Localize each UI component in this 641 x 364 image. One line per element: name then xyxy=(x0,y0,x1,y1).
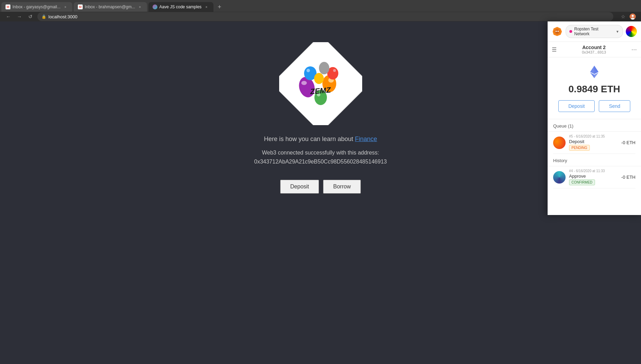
web3-connected-text: Web3 connected successfully with this ad… xyxy=(254,148,387,157)
eth-icon xyxy=(587,64,602,80)
account-more-icon[interactable]: ⋯ xyxy=(631,46,637,53)
tab-aave[interactable]: Aave JS code samples × xyxy=(148,2,213,12)
metamask-fox-logo xyxy=(552,26,563,37)
reload-button[interactable]: ↺ xyxy=(26,12,35,21)
svg-point-13 xyxy=(333,69,336,72)
back-button[interactable]: ← xyxy=(4,12,12,21)
tab-close-gmail-1[interactable]: × xyxy=(63,4,68,10)
tx-meta-deposit: #5 - 6/16/2020 at 11:35 xyxy=(569,134,618,138)
tx-status-confirmed: CONFIRMED xyxy=(569,179,595,185)
mm-header: Ropsten Test Network ▼ xyxy=(548,21,641,42)
hamburger-menu-icon[interactable]: ☰ xyxy=(552,46,557,53)
mm-balance-section: 0.9849 ETH Deposit Send xyxy=(548,57,641,119)
svg-point-14 xyxy=(314,73,324,84)
tagline-prefix: Here is how you can learn about xyxy=(264,136,355,142)
tx-type-deposit: Deposit xyxy=(569,139,618,144)
aave-favicon xyxy=(153,4,157,9)
address-bar: ← → ↺ 🔒 localhost:3000 ☆ xyxy=(0,12,641,21)
app-main: ZEMZ Here is how you can learn about Fin… xyxy=(0,21,641,194)
tx-info-approve: #4 - 6/16/2020 at 11:33 Approve CONFIRME… xyxy=(569,169,618,185)
tagline: Here is how you can learn about Finance xyxy=(264,136,377,143)
balance-actions: Deposit Send xyxy=(558,100,630,112)
url-bar[interactable]: 🔒 localhost:3000 xyxy=(37,12,613,21)
account-avatar-header[interactable] xyxy=(626,26,637,37)
tab-close-aave[interactable]: × xyxy=(204,4,209,10)
gmail-favicon-1: M xyxy=(6,4,10,9)
mm-send-button[interactable]: Send xyxy=(599,100,630,112)
account-info: Account 2 0x3437...6913 xyxy=(557,45,631,54)
mm-history-section: History #4 - 6/16/2020 at 11:33 Approve … xyxy=(548,154,641,188)
tab-label-gmail-2: Inbox - brahmapsen@gm... xyxy=(85,4,135,9)
finance-link[interactable]: Finance xyxy=(355,136,377,142)
network-label: Ropsten Test Network xyxy=(574,27,614,36)
svg-point-22 xyxy=(557,31,559,32)
tx-meta-approve: #4 - 6/16/2020 at 11:33 xyxy=(569,169,618,173)
history-section-title: History xyxy=(553,158,635,163)
svg-point-21 xyxy=(556,31,557,32)
web3-address-block: Web3 connected successfully with this ad… xyxy=(254,148,387,166)
action-buttons: Deposit Borrow xyxy=(280,180,361,194)
borrow-button[interactable]: Borrow xyxy=(323,180,361,194)
svg-point-5 xyxy=(301,81,307,85)
browser-actions: ☆ xyxy=(619,12,637,21)
svg-point-2 xyxy=(631,18,634,20)
logo-container: ZEMZ xyxy=(279,42,362,125)
tx-info-deposit: #5 - 6/16/2020 at 11:35 Deposit PENDING xyxy=(569,134,618,151)
url-text: localhost:3000 xyxy=(48,14,77,19)
queue-transaction-1[interactable]: #5 - 6/16/2020 at 11:35 Deposit PENDING … xyxy=(553,132,635,154)
tx-amount-approve: -0 ETH xyxy=(621,175,635,180)
bookmark-icon[interactable]: ☆ xyxy=(619,12,627,21)
tx-type-approve: Approve xyxy=(569,174,618,179)
history-transaction-1[interactable]: #4 - 6/16/2020 at 11:33 Approve CONFIRME… xyxy=(553,166,635,188)
web3-address-value: 0x343712AbA29A21c9eB50Cc98D5560284851469… xyxy=(254,157,387,166)
tx-icon-approve xyxy=(553,171,566,184)
tx-status-pending: PENDING xyxy=(569,145,590,151)
svg-point-7 xyxy=(306,69,310,72)
tx-amount-deposit: -0 ETH xyxy=(621,140,635,145)
account-address: 0x3437...6913 xyxy=(557,50,631,54)
lock-icon: 🔒 xyxy=(42,15,46,19)
network-chevron-icon: ▼ xyxy=(616,30,619,34)
tab-label-gmail-1: Inbox - garyasys@gmail... xyxy=(12,4,61,9)
mm-account-bar: ☰ Account 2 0x3437...6913 ⋯ xyxy=(548,42,641,57)
queue-section-title: Queue (1) xyxy=(553,123,635,129)
metamask-panel: Ropsten Test Network ▼ ☰ Account 2 0x343… xyxy=(548,21,641,215)
svg-rect-3 xyxy=(279,42,362,125)
svg-point-1 xyxy=(632,15,634,17)
tab-bar: M Inbox - garyasys@gmail... × M Inbox - … xyxy=(0,0,641,12)
mm-deposit-button[interactable]: Deposit xyxy=(558,100,595,112)
gmail-favicon-2: M xyxy=(78,4,83,9)
browser-chrome: M Inbox - garyasys@gmail... × M Inbox - … xyxy=(0,0,641,21)
mm-queue-section: Queue (1) #5 - 6/16/2020 at 11:35 Deposi… xyxy=(548,119,641,154)
deposit-button[interactable]: Deposit xyxy=(280,180,319,194)
tab-gmail-2[interactable]: M Inbox - brahmapsen@gm... × xyxy=(74,2,147,12)
network-status-dot xyxy=(569,30,572,33)
tx-icon-deposit xyxy=(553,137,566,149)
logo-svg: ZEMZ xyxy=(279,42,362,125)
svg-point-15 xyxy=(319,62,329,74)
eth-balance: 0.9849 ETH xyxy=(568,84,620,95)
tab-label-aave: Aave JS code samples xyxy=(159,4,202,9)
network-selector[interactable]: Ropsten Test Network ▼ xyxy=(566,25,623,38)
tab-close-gmail-2[interactable]: × xyxy=(137,4,143,10)
account-name: Account 2 xyxy=(557,45,631,50)
forward-button[interactable]: → xyxy=(15,12,24,21)
add-tab-button[interactable]: + xyxy=(215,2,225,12)
profile-icon[interactable] xyxy=(629,12,637,21)
page-content: ZEMZ Here is how you can learn about Fin… xyxy=(0,21,641,364)
tab-gmail-1[interactable]: M Inbox - garyasys@gmail... × xyxy=(1,2,72,12)
